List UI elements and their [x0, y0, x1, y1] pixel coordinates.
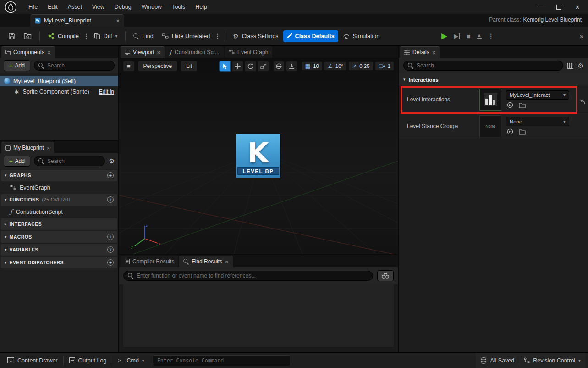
- level-interactions-thumbnail[interactable]: [479, 89, 501, 111]
- level-stance-groups-thumbnail[interactable]: None: [479, 115, 501, 137]
- tab-viewport[interactable]: Viewport: [121, 46, 165, 58]
- save-button[interactable]: [5, 30, 19, 43]
- components-search-input[interactable]: [47, 62, 110, 69]
- find-button[interactable]: Find: [130, 30, 157, 42]
- level-interactions-dropdown[interactable]: MyLevel_Interact: [506, 90, 569, 100]
- collapsed-arrow-icon[interactable]: [5, 222, 7, 226]
- tree-item-self[interactable]: MyLevel_Blueprint (Self): [0, 76, 118, 86]
- section-functions[interactable]: FUNCTIONS (25 OVERRI: [1, 194, 117, 206]
- use-selected-asset-icon[interactable]: [507, 128, 513, 135]
- level-stance-groups-dropdown[interactable]: None: [506, 117, 569, 126]
- hide-unrelated-options-icon[interactable]: [214, 33, 220, 39]
- select-tool-icon[interactable]: [219, 61, 231, 72]
- add-event-dispatcher-icon[interactable]: [107, 259, 114, 266]
- find-references-input[interactable]: [137, 273, 368, 279]
- rotate-tool-icon[interactable]: [245, 61, 256, 72]
- cmd-dropdown[interactable]: >_ Cmd: [113, 353, 148, 368]
- tab-my-blueprint[interactable]: My Blueprint: [1, 142, 54, 153]
- close-icon[interactable]: [432, 50, 436, 56]
- class-defaults-button[interactable]: Class Defaults: [283, 30, 338, 42]
- menu-window[interactable]: Window: [137, 2, 167, 12]
- close-icon[interactable]: [47, 50, 51, 56]
- tab-mylevel-blueprint[interactable]: MyLevel_Blueprint: [30, 14, 124, 27]
- content-drawer-button[interactable]: Content Drawer: [3, 353, 62, 368]
- simulation-button[interactable]: Simulation: [339, 30, 383, 42]
- tab-details[interactable]: Details: [400, 46, 440, 58]
- rotation-snap-toggle[interactable]: 10°: [324, 61, 347, 71]
- compile-button[interactable]: Compile: [44, 30, 82, 42]
- scale-snap-toggle[interactable]: 0.25: [348, 61, 373, 71]
- camera-speed-toggle[interactable]: 1: [375, 61, 394, 71]
- lit-mode-button[interactable]: Lit: [181, 61, 198, 72]
- menu-view[interactable]: View: [87, 2, 110, 12]
- construction-script-item[interactable]: ConstructionScript: [0, 206, 118, 217]
- viewport-menu-icon[interactable]: [123, 61, 135, 72]
- menu-tools[interactable]: Tools: [167, 2, 190, 12]
- scale-tool-icon[interactable]: [258, 61, 269, 72]
- add-macro-icon[interactable]: [107, 234, 114, 240]
- viewport-3d[interactable]: K LEVEL BP z x y Perspective Lit: [119, 58, 398, 254]
- use-selected-asset-icon[interactable]: [507, 102, 513, 108]
- menu-help[interactable]: Help: [190, 2, 212, 12]
- my-blueprint-search-input[interactable]: [47, 158, 100, 164]
- world-space-icon[interactable]: [273, 61, 285, 72]
- surface-snap-icon[interactable]: [286, 61, 297, 72]
- event-graph-item[interactable]: EventGraph: [0, 182, 118, 193]
- compile-options-icon[interactable]: [83, 33, 89, 39]
- add-function-icon[interactable]: [107, 196, 114, 203]
- my-blueprint-settings-gear-icon[interactable]: [109, 158, 115, 164]
- grid-snap-value[interactable]: 10: [313, 63, 319, 69]
- eject-icon[interactable]: [477, 33, 482, 39]
- add-blueprint-item-button[interactable]: + Add: [4, 156, 30, 167]
- add-variable-icon[interactable]: [107, 246, 114, 253]
- details-search-input[interactable]: [417, 62, 559, 69]
- expand-arrow-icon[interactable]: [5, 173, 7, 178]
- add-component-button[interactable]: + Add: [4, 60, 30, 71]
- tree-item-sprite[interactable]: Sprite Component (Sprite) Edit in: [0, 86, 118, 97]
- move-tool-icon[interactable]: [232, 61, 243, 72]
- camera-speed-value[interactable]: 1: [388, 63, 390, 69]
- section-variables[interactable]: VARIABLES: [1, 244, 117, 256]
- interactions-section-header[interactable]: Interactions: [399, 73, 588, 86]
- browse-asset-button[interactable]: [20, 30, 35, 42]
- revision-control-button[interactable]: Revision Control: [519, 353, 585, 368]
- rotation-snap-value[interactable]: 10°: [335, 63, 343, 69]
- expand-arrow-icon[interactable]: [5, 235, 7, 239]
- section-interfaces[interactable]: INTERFACES: [1, 218, 117, 230]
- global-find-button[interactable]: [377, 270, 394, 281]
- section-macros[interactable]: MACROS: [1, 231, 117, 243]
- edit-in-link[interactable]: Edit in: [99, 89, 114, 95]
- unreal-logo-icon[interactable]: [5, 1, 17, 13]
- expand-arrow-icon[interactable]: [5, 248, 7, 252]
- menu-asset[interactable]: Asset: [63, 2, 87, 12]
- frame-skip-icon[interactable]: [454, 33, 460, 39]
- tab-find-results[interactable]: Find Results: [179, 256, 232, 267]
- output-log-button[interactable]: Output Log: [65, 353, 111, 368]
- play-options-icon[interactable]: [488, 33, 494, 39]
- hide-unrelated-button[interactable]: Hide Unrelated: [158, 30, 214, 42]
- all-saved-button[interactable]: All Saved: [476, 353, 519, 368]
- tab-event-graph[interactable]: Event Graph: [225, 46, 272, 58]
- tab-components[interactable]: Components: [1, 46, 55, 58]
- add-graph-icon[interactable]: [107, 172, 114, 178]
- property-matrix-icon[interactable]: [567, 63, 573, 69]
- close-icon[interactable]: [225, 259, 229, 265]
- grid-snap-toggle[interactable]: 10: [302, 61, 323, 71]
- menu-debug[interactable]: Debug: [110, 2, 137, 12]
- tab-construction-script[interactable]: Construction Scr...: [165, 46, 224, 58]
- section-graphs[interactable]: GRAPHS: [1, 170, 117, 181]
- scale-snap-value[interactable]: 0.25: [359, 63, 369, 69]
- stop-icon[interactable]: [467, 33, 471, 39]
- expand-arrow-icon[interactable]: [5, 261, 7, 265]
- diff-button[interactable]: Diff: [90, 30, 121, 42]
- menu-file[interactable]: File: [23, 2, 43, 12]
- parent-class-link[interactable]: Kemorig Level Blueprint: [523, 17, 582, 23]
- menu-edit[interactable]: Edit: [43, 2, 63, 12]
- tab-compiler-results[interactable]: Compiler Results: [121, 256, 178, 267]
- reset-to-default-icon[interactable]: [578, 99, 586, 105]
- close-icon[interactable]: [47, 145, 50, 151]
- details-settings-gear-icon[interactable]: [577, 62, 583, 69]
- class-settings-button[interactable]: Class Settings: [229, 30, 282, 42]
- play-icon[interactable]: [441, 32, 447, 40]
- console-command-input[interactable]: [157, 357, 286, 364]
